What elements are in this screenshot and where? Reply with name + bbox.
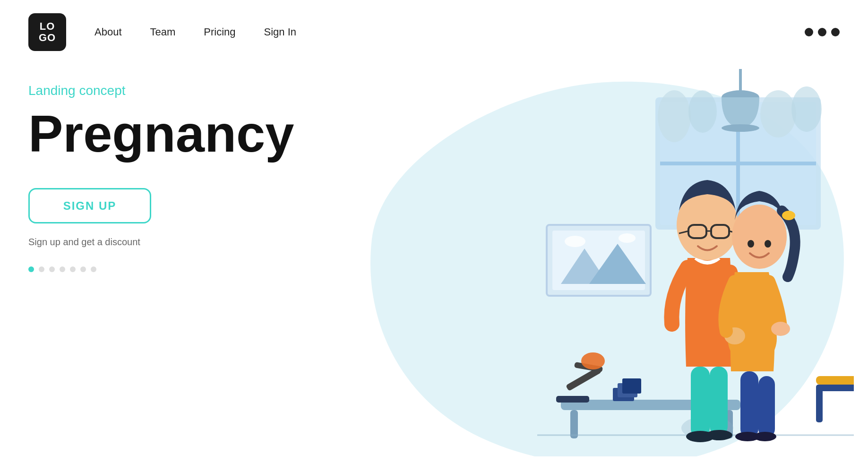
svg-rect-33	[818, 385, 854, 391]
svg-point-7	[658, 90, 691, 142]
svg-point-56	[765, 240, 771, 248]
svg-rect-30	[816, 376, 854, 385]
cta-note: Sign up and get a discount	[28, 237, 246, 248]
nav-signin[interactable]: Sign In	[264, 26, 297, 38]
svg-point-9	[760, 90, 796, 137]
svg-point-55	[748, 240, 754, 248]
svg-point-8	[688, 90, 717, 133]
svg-point-25	[581, 352, 605, 369]
signup-button[interactable]: SIGN UP	[28, 188, 151, 223]
svg-point-39	[706, 430, 732, 440]
dot-3[interactable]	[49, 266, 55, 272]
dot-2[interactable]	[39, 266, 44, 272]
svg-rect-26	[556, 396, 589, 403]
logo[interactable]: LO GO	[28, 13, 66, 51]
more-options[interactable]	[805, 28, 840, 36]
dot-5[interactable]	[70, 266, 76, 272]
hero-left: Landing concept Pregnancy SIGN UP Sign u…	[0, 64, 274, 463]
hero-title: Pregnancy	[28, 108, 246, 160]
background-blob	[334, 69, 854, 456]
dot-icon-3	[831, 28, 840, 36]
dot-6[interactable]	[80, 266, 86, 272]
dot-7[interactable]	[91, 266, 96, 272]
svg-rect-36	[691, 367, 710, 437]
nav-pricing[interactable]: Pricing	[204, 26, 235, 38]
svg-point-19	[619, 233, 636, 243]
main-content: Landing concept Pregnancy SIGN UP Sign u…	[0, 64, 868, 463]
svg-point-54	[782, 211, 795, 220]
svg-point-10	[791, 86, 822, 132]
hero-illustration	[274, 64, 868, 463]
dot-icon-2	[818, 28, 826, 36]
pagination-dots	[28, 266, 246, 272]
nav-team[interactable]: Team	[150, 26, 176, 38]
svg-rect-29	[622, 378, 641, 394]
svg-rect-37	[710, 367, 728, 435]
svg-point-13	[722, 124, 759, 132]
dot-1[interactable]	[28, 266, 34, 272]
svg-rect-21	[570, 410, 578, 438]
header: LO GO About Team Pricing Sign In	[0, 0, 868, 64]
svg-point-49	[754, 432, 776, 441]
dot-icon-1	[805, 28, 813, 36]
svg-point-18	[565, 236, 585, 247]
nav-about[interactable]: About	[95, 26, 122, 38]
svg-point-52	[771, 322, 790, 336]
dot-4[interactable]	[60, 266, 65, 272]
svg-rect-46	[740, 371, 758, 437]
navigation: About Team Pricing Sign In	[95, 26, 296, 38]
hero-subtitle: Landing concept	[28, 83, 246, 98]
svg-rect-47	[758, 376, 775, 437]
